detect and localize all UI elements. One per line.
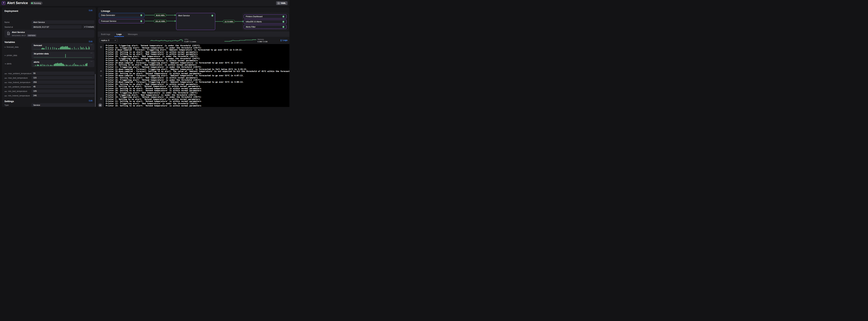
edge-dg-arrowhead bbox=[175, 14, 176, 16]
lineage-node-alert-service[interactable]: Alert Service bbox=[176, 13, 215, 30]
edge-dg-rate: 35.81 KB/s bbox=[155, 14, 166, 17]
name-value: Alert Service bbox=[33, 21, 45, 23]
printer-topic-card[interactable]: 3d-printer-data ⋯ bbox=[31, 52, 94, 59]
variable-row-max-bed: ABCmax_bed_temperature 115 bbox=[2, 76, 96, 79]
min-bed-label-text: min_bed_temperature bbox=[8, 90, 27, 92]
memory-usage-meta: Memory 0.388 / 2 GB bbox=[257, 38, 268, 43]
lineage-node-data-generator[interactable]: Data Generator bbox=[99, 13, 145, 18]
variable-row-forecast-data: ↦forecast_data forecast ⋯ bbox=[2, 43, 96, 51]
settings-section-header: Settings Edit bbox=[2, 98, 96, 102]
data-generator-label: Data Generator bbox=[101, 14, 140, 16]
data-generator-status-icon bbox=[140, 14, 143, 17]
tab-build-logs[interactable]: Build logs bbox=[101, 31, 110, 37]
printer-data-label: ↦printer_data bbox=[4, 54, 17, 57]
max-hotend-field[interactable]: 255 bbox=[31, 81, 94, 84]
left-panel-scrollbar[interactable] bbox=[95, 74, 96, 107]
version-card-date: 30/11/2023, 09:17 bbox=[12, 34, 26, 36]
variables-section-header: Variables Edit bbox=[2, 38, 96, 43]
logo-letter: T bbox=[3, 2, 4, 4]
cpu-usage-label: CPU bbox=[184, 38, 196, 40]
variable-row-max-ambient: ABCmax_ambient_temperature 55 bbox=[2, 72, 96, 75]
memory-usage-chart bbox=[224, 39, 256, 42]
min-hotend-value: 245 bbox=[33, 94, 37, 97]
max-ambient-value: 55 bbox=[33, 72, 35, 74]
deployment-started-row: Started at 30/11/23, 9:17:37 ↺ 0 restart… bbox=[2, 25, 96, 29]
log-line: Printer 10: Setting to no alert: 'Bed te… bbox=[106, 60, 289, 62]
type-label: Type bbox=[4, 104, 9, 106]
variable-row-alerts: ⇥alerts alerts ⋯ bbox=[2, 60, 96, 67]
influxdb-alerts-label: InfluxDB 3.0 Alerts bbox=[246, 21, 282, 23]
printers-dashboard-label: Printers Dashboard bbox=[246, 15, 282, 18]
tab-logs[interactable]: Logs bbox=[117, 31, 122, 37]
tab-build-logs-label: Build logs bbox=[101, 33, 110, 35]
influxdb-alerts-status-icon bbox=[282, 21, 285, 23]
min-hotend-field[interactable]: 245 bbox=[31, 94, 94, 97]
variable-row-max-hotend: ABCmax_hotend_temperature 255 bbox=[2, 81, 96, 84]
edge-out-rate: 13.73 KB/s bbox=[223, 20, 235, 23]
variable-row-min-hotend: ABCmin_hotend_temperature 245 bbox=[2, 94, 96, 97]
min-bed-value: 105 bbox=[33, 90, 37, 92]
deployment-edit-link[interactable]: Edit bbox=[89, 9, 93, 11]
min-ambient-label-text: min_ambient_temperature bbox=[8, 86, 31, 88]
started-at-value: 30/11/23, 9:17:37 bbox=[33, 26, 49, 28]
lineage-section-header: Lineage bbox=[98, 7, 289, 12]
cpu-usage-meta: CPU 0.197 / 1 cores bbox=[184, 38, 196, 43]
max-bed-field[interactable]: 115 bbox=[31, 76, 94, 79]
status-label: Running bbox=[34, 2, 41, 4]
lineage-title: Lineage bbox=[101, 10, 110, 12]
download-logs-button[interactable]: Logs bbox=[280, 39, 287, 41]
max-ambient-label: ABCmax_ambient_temperature bbox=[4, 72, 31, 74]
max-hotend-label-text: max_hotend_temperature bbox=[8, 81, 30, 84]
app-window: T Alert Service Running YAML Deployment … bbox=[0, 0, 289, 107]
max-bed-value: 115 bbox=[33, 76, 37, 79]
scroll-up-icon[interactable] bbox=[100, 70, 102, 72]
log-scroll-gutter bbox=[98, 44, 104, 107]
max-bed-label-text: max_bed_temperature bbox=[8, 77, 28, 79]
string-type-icon: ABC bbox=[4, 77, 7, 79]
settings-edit-link[interactable]: Edit bbox=[89, 100, 93, 102]
log-line: Printer 20-down-sampled - Forecast: Trig… bbox=[106, 81, 289, 83]
scroll-to-bottom-icon[interactable] bbox=[100, 98, 102, 100]
deployment-version-card[interactable]: Alert Service 30/11/2023, 09:17 0357920c bbox=[4, 30, 94, 38]
min-ambient-field[interactable]: 45 bbox=[31, 85, 94, 88]
settings-type-row: Type Service bbox=[2, 103, 96, 107]
lineage-node-printers-dashboard[interactable]: Printers Dashboard bbox=[244, 14, 287, 19]
log-line: Printer 3: Triggering alert: 'Hotend tem… bbox=[106, 44, 289, 47]
edge-fs-rate: 151.41 KB/s bbox=[154, 20, 166, 23]
restarts-button[interactable]: ↺ 0 restarts bbox=[83, 25, 95, 29]
pause-logs-button[interactable] bbox=[98, 103, 102, 107]
logs-tabs: Build logs Logs Messages bbox=[98, 31, 289, 37]
type-field: Service bbox=[31, 103, 94, 107]
log-line: Printer 20: Triggering alert: 'Bed tempe… bbox=[106, 55, 289, 58]
log-line: Printer 20: Triggering alert: 'Bed tempe… bbox=[106, 92, 289, 94]
forecast-topic-card[interactable]: forecast ⋯ bbox=[31, 43, 94, 51]
name-field[interactable]: Alert Service bbox=[31, 20, 94, 24]
scroll-to-top-icon[interactable] bbox=[100, 46, 102, 48]
alerts-filter-label: Alerts Filter bbox=[246, 26, 282, 28]
tab-messages[interactable]: Messages bbox=[128, 31, 137, 37]
page-title: Alert Service bbox=[7, 1, 28, 5]
deployment-title: Deployment bbox=[4, 10, 18, 12]
deployment-panel: Deployment Edit Name Alert Service Start… bbox=[2, 7, 96, 107]
log-console[interactable]: Printer 3: Triggering alert: 'Hotend tem… bbox=[104, 44, 289, 107]
cpu-usage-value: 0.197 / 1 cores bbox=[184, 40, 196, 43]
lineage-node-forecast-service[interactable]: Forecast Service bbox=[99, 19, 145, 23]
yaml-button[interactable]: YAML bbox=[276, 1, 287, 5]
chevron-down-icon: ▾ bbox=[115, 39, 116, 41]
edge-fs-arrowhead bbox=[175, 20, 176, 22]
max-ambient-field[interactable]: 55 bbox=[31, 72, 94, 75]
lineage-node-alerts-filter[interactable]: Alerts Filter bbox=[244, 25, 287, 29]
output-topic-icon: ⇥ bbox=[4, 63, 6, 65]
min-bed-field[interactable]: 105 bbox=[31, 89, 94, 93]
alerts-topic-card[interactable]: alerts ⋯ bbox=[31, 60, 94, 67]
variable-row-min-bed: ABCmin_bed_temperature 105 bbox=[2, 89, 96, 93]
scroll-down-icon[interactable] bbox=[100, 75, 102, 76]
lineage-node-influxdb-alerts[interactable]: InfluxDB 3.0 Alerts bbox=[244, 20, 287, 24]
variables-edit-link[interactable]: Edit bbox=[89, 40, 93, 42]
replica-dropdown[interactable]: replica: 0 ▾ bbox=[99, 38, 117, 42]
min-hotend-label: ABCmin_hotend_temperature bbox=[4, 95, 30, 97]
string-type-icon: ABC bbox=[4, 82, 7, 83]
document-icon bbox=[278, 2, 280, 4]
variable-row-min-ambient: ABCmin_ambient_temperature 45 bbox=[2, 85, 96, 88]
forecast-data-label-text: forecast_data bbox=[7, 46, 19, 48]
